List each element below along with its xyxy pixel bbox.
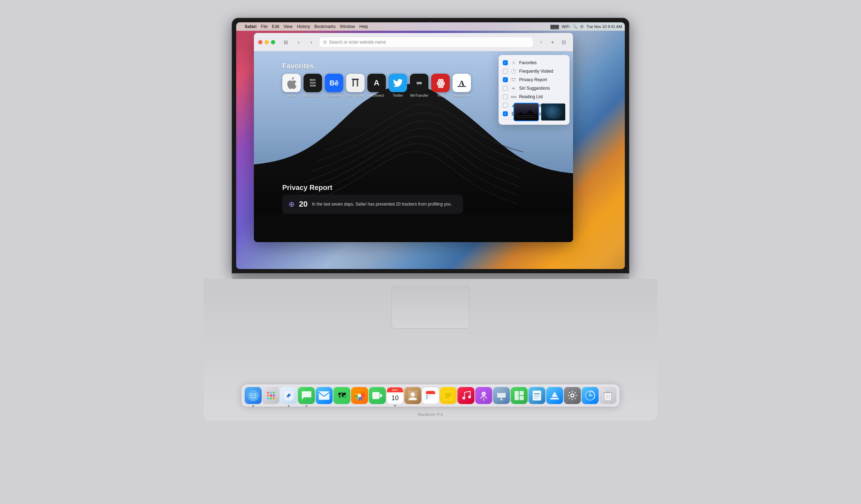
keyboard-base: 🗺 — [204, 279, 657, 421]
view-menu[interactable]: View — [283, 24, 293, 29]
history-menu[interactable]: History — [297, 24, 310, 29]
svg-point-8 — [248, 390, 259, 401]
svg-point-43 — [427, 398, 428, 399]
messages-icon — [301, 391, 312, 401]
privacy-text: In the last seven days, Safari has preve… — [312, 201, 452, 207]
svg-point-49 — [468, 396, 471, 398]
dock-app-messages[interactable] — [298, 387, 315, 404]
svg-rect-56 — [500, 399, 503, 400]
address-bar[interactable]: ⊕ Search or enter website name — [319, 37, 533, 47]
background-thumb-2[interactable] — [540, 103, 566, 121]
window-menu[interactable]: Window — [340, 24, 355, 29]
svg-point-80 — [589, 395, 591, 396]
customize-frequently-visited[interactable]: 🕐 Frequently Visited — [499, 67, 570, 75]
dock-app-maps[interactable]: 🗺 — [333, 387, 350, 404]
svg-point-52 — [483, 393, 484, 394]
dock-app-screentime[interactable] — [582, 387, 599, 404]
privacy-report-checkbox[interactable]: ✓ — [503, 77, 508, 82]
share-button[interactable]: ↑ — [536, 37, 546, 47]
privacy-shield-icon: ⊕ — [289, 200, 295, 208]
menu-bar: Safari File Edit View History Bookmarks … — [236, 22, 625, 31]
dock-app-trash[interactable] — [599, 387, 616, 404]
new-tab-button[interactable]: + — [548, 37, 557, 47]
customize-privacy-report[interactable]: ✓ 🛡 Privacy Report — [499, 75, 570, 84]
trackpad[interactable] — [391, 286, 470, 329]
dock-app-contacts[interactable] — [404, 387, 421, 404]
twitter-bird-icon — [393, 78, 403, 88]
safari-content: Favorites — [254, 51, 573, 242]
siri-suggestions-checkbox[interactable] — [503, 86, 508, 91]
siri-suggestions-label: Siri Suggestions — [519, 86, 550, 91]
file-menu[interactable]: File — [261, 24, 267, 29]
fav-label-apple: Apple — [287, 94, 296, 97]
svg-point-69 — [572, 399, 573, 400]
background-image-checkbox[interactable]: ✓ — [503, 111, 508, 116]
siri-icon[interactable]: ◎ — [580, 24, 584, 29]
adventure-logo-icon: A — [455, 77, 468, 89]
favorites-checkbox[interactable]: ✓ — [503, 60, 508, 65]
adventure-icon: A — [452, 74, 471, 92]
dock-app-safari[interactable] — [280, 387, 297, 404]
search-icon[interactable]: 🔍 — [572, 24, 577, 29]
dock-app-numbers[interactable] — [511, 387, 528, 404]
background-thumb-1[interactable] — [513, 103, 539, 121]
forward-button[interactable]: › — [306, 37, 316, 47]
icloud-tabs-checkbox[interactable] — [503, 103, 508, 108]
dock-app-pages[interactable] — [528, 387, 545, 404]
fav-label-twitter: Twitter — [393, 94, 403, 97]
reading-list-checkbox[interactable] — [503, 94, 508, 99]
help-menu[interactable]: Help — [359, 24, 368, 29]
svg-rect-4 — [354, 80, 357, 83]
edit-menu[interactable]: Edit — [272, 24, 279, 29]
favorite-item-archinect[interactable]: A Archinect — [367, 74, 386, 97]
privacy-report-title: Privacy Report — [282, 184, 463, 192]
svg-point-11 — [251, 394, 252, 396]
dock-app-facetime[interactable] — [369, 387, 386, 404]
favorite-item-designmilk[interactable]: Design Milk — [346, 74, 365, 97]
reading-list-icon: ∞∞ — [511, 94, 516, 99]
svg-point-12 — [255, 394, 256, 396]
favorites-title: Favorites — [282, 62, 471, 70]
dock-app-system-preferences[interactable] — [564, 387, 581, 404]
favorite-item-apple[interactable]: Apple — [282, 74, 301, 97]
app-name-menu[interactable]: Safari — [245, 24, 256, 29]
favorite-item-twitter[interactable]: Twitter — [389, 74, 407, 97]
dock-app-music[interactable] — [457, 387, 474, 404]
maximize-button[interactable] — [271, 40, 275, 44]
dock-app-notes[interactable] — [440, 387, 457, 404]
search-field[interactable]: Search or enter website name — [329, 40, 386, 45]
customize-reading-list[interactable]: ∞∞ Reading List — [499, 93, 570, 101]
screen-bottom-bar — [232, 273, 629, 279]
dock-app-reminders[interactable] — [422, 387, 439, 404]
svg-marker-32 — [380, 393, 382, 398]
favorite-item-boooooom[interactable]: BOOOOOOOM BOOOOOOM — [304, 74, 322, 97]
svg-point-30 — [358, 394, 361, 397]
boooooom-icon: BOOOOOOOM — [304, 74, 322, 92]
dock-app-calendar[interactable]: NOV 10 — [387, 387, 404, 404]
bookmarks-menu[interactable]: Bookmarks — [315, 24, 336, 29]
reading-list-label: Reading List — [519, 94, 543, 99]
archinect-icon: A — [367, 74, 386, 92]
dock-app-appstore[interactable] — [546, 387, 563, 404]
dock-app-podcasts[interactable] — [475, 387, 492, 404]
frequently-visited-checkbox[interactable] — [503, 69, 508, 74]
dock-app-launchpad[interactable] — [262, 387, 279, 404]
dock-app-keynote[interactable] — [493, 387, 510, 404]
close-button[interactable] — [258, 40, 262, 44]
customize-siri-suggestions[interactable]: ∞ Siri Suggestions — [499, 84, 570, 93]
dock-app-photos[interactable] — [351, 387, 368, 404]
favorites-grid: Apple BOOOOOOOM BOOOOOOM — [282, 74, 471, 97]
favorite-item-wetransfer[interactable]: we WeTransfer — [410, 74, 428, 97]
sidebar-toggle-button[interactable]: ⊟ — [281, 37, 291, 47]
favorite-item-behance[interactable]: Bē Behance — [325, 74, 343, 97]
back-button[interactable]: ‹ — [294, 37, 304, 47]
privacy-card[interactable]: ⊕ 20 In the last seven days, Safari has … — [282, 195, 463, 214]
dock-app-finder[interactable] — [245, 387, 262, 404]
keynote-icon — [496, 390, 507, 401]
minimize-button[interactable] — [265, 40, 269, 44]
customize-favorites[interactable]: ✓ ☆ Favorites — [499, 58, 570, 67]
tab-overview-button[interactable]: ⊡ — [559, 37, 569, 47]
dock-app-mail[interactable] — [316, 387, 333, 404]
favorite-item-adventure[interactable]: A Adventure — [452, 74, 471, 97]
favorite-item-yelp[interactable]: ꙮ Yelp — [431, 74, 450, 97]
